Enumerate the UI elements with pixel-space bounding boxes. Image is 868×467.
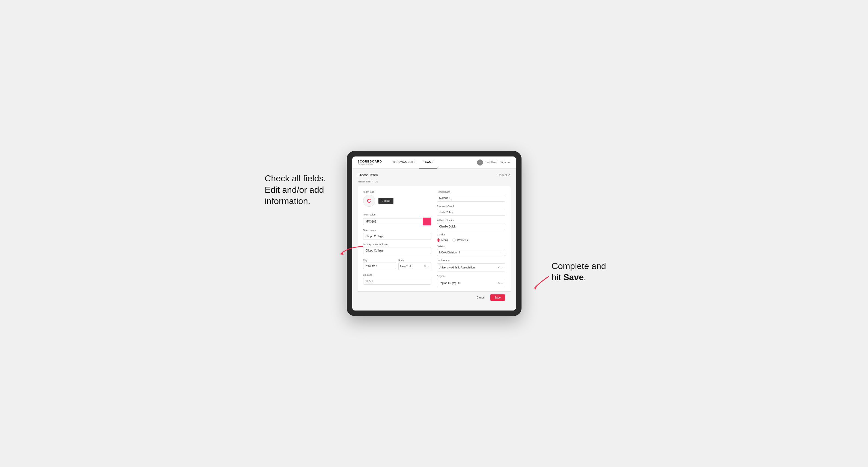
team-name-input[interactable] [363, 233, 431, 240]
footer-cancel-button[interactable]: Cancel [474, 294, 488, 301]
color-swatch[interactable] [423, 217, 431, 225]
form-card: Team logo C Upload Team colour [358, 186, 510, 291]
city-state-group: City State New York [363, 257, 431, 270]
conference-clear-icon[interactable]: ✕ [497, 266, 500, 269]
gender-mens-radio[interactable] [437, 239, 440, 242]
form-footer: Cancel Save [358, 291, 510, 303]
nav-bar: SCOREBOARD Powered by clippd TOURNAMENTS… [352, 156, 516, 168]
state-group: State New York ✕ ⌄ [398, 257, 431, 270]
gender-group: Gender Mens Womens [437, 233, 505, 242]
avatar: TU [477, 159, 483, 165]
gender-womens-option[interactable]: Womens [453, 239, 468, 242]
form-header: Create Team Cancel ✕ [358, 173, 510, 177]
display-name-label: Display name (unique) [363, 243, 431, 246]
zip-label: Zip code [363, 274, 431, 276]
display-name-input[interactable] [363, 247, 431, 254]
annotation-left: Check all fields. Edit and/or add inform… [265, 173, 326, 207]
division-label: Division [437, 245, 505, 248]
form-right-column: Head Coach Assistant Coach Athletic Dire… [437, 191, 505, 287]
nav-link-tournaments[interactable]: TOURNAMENTS [389, 156, 420, 168]
color-input-wrap [363, 217, 431, 225]
team-name-group: Team name [363, 229, 431, 240]
nav-links: TOURNAMENTS TEAMS [389, 156, 477, 168]
assistant-coach-group: Assistant Coach [437, 205, 505, 216]
region-select[interactable]: Region II - (M) DIII ✕ ⌄ [437, 279, 505, 287]
conference-label: Conference [437, 259, 505, 262]
state-clear-icon[interactable]: ✕ [424, 264, 426, 268]
gender-mens-option[interactable]: Mens [437, 239, 448, 242]
sign-out-link[interactable]: Sign out [500, 161, 510, 164]
team-name-label: Team name [363, 229, 431, 231]
conference-select[interactable]: University Athletic Association ✕ ⌄ [437, 263, 505, 272]
tablet-frame: SCOREBOARD Powered by clippd TOURNAMENTS… [347, 151, 522, 316]
annotation-right: Complete and hit Save. [552, 260, 606, 283]
form-title: Create Team [358, 173, 378, 177]
logo-area: C Upload [363, 195, 431, 207]
nav-user-text: Test User | [485, 161, 498, 164]
region-group: Region Region II - (M) DIII ✕ ⌄ [437, 275, 505, 287]
team-colour-group: Team colour [363, 213, 431, 225]
athletic-director-group: Athletic Director [437, 219, 505, 230]
team-logo-circle: C [363, 195, 375, 207]
region-label: Region [437, 275, 505, 277]
gender-label: Gender [437, 233, 505, 236]
form-left-column: Team logo C Upload Team colour [363, 191, 431, 287]
conference-caret-icon[interactable]: ⌄ [501, 266, 503, 269]
cancel-x-button[interactable]: Cancel ✕ [497, 173, 510, 177]
gender-womens-radio[interactable] [453, 239, 456, 242]
team-logo-group: Team logo C Upload [363, 191, 431, 210]
team-colour-label: Team colour [363, 213, 431, 216]
city-state-row: City State New York [363, 257, 431, 270]
conference-group: Conference University Athletic Associati… [437, 259, 505, 272]
nav-link-teams[interactable]: TEAMS [420, 156, 437, 168]
division-select[interactable]: NCAA Division III [437, 249, 505, 256]
gender-radio-group: Mens Womens [437, 239, 505, 242]
footer-save-button[interactable]: Save [490, 294, 505, 301]
state-caret-icon[interactable]: ⌄ [427, 265, 430, 268]
assistant-coach-input[interactable] [437, 209, 505, 216]
athletic-director-label: Athletic Director [437, 219, 505, 222]
assistant-coach-label: Assistant Coach [437, 205, 505, 208]
city-input[interactable] [363, 262, 396, 269]
city-group: City [363, 257, 396, 270]
zip-group: Zip code [363, 274, 431, 285]
athletic-director-input[interactable] [437, 223, 505, 230]
nav-logo: SCOREBOARD Powered by clippd [358, 160, 382, 165]
team-colour-input[interactable] [363, 218, 423, 225]
region-clear-icon[interactable]: ✕ [497, 281, 500, 285]
city-label: City [363, 259, 368, 261]
region-caret-icon[interactable]: ⌄ [501, 282, 503, 284]
head-coach-input[interactable] [437, 195, 505, 201]
zip-input[interactable] [363, 278, 431, 285]
section-label: TEAM DETAILS [358, 180, 510, 183]
form-grid: Team logo C Upload Team colour [363, 191, 505, 287]
nav-right: TU Test User | Sign out [477, 159, 510, 165]
division-select-wrap: NCAA Division III ⌄ [437, 249, 505, 256]
main-content: Create Team Cancel ✕ TEAM DETAILS [352, 168, 516, 311]
display-name-group: Display name (unique) [363, 243, 431, 254]
team-logo-label: Team logo [363, 191, 431, 193]
head-coach-label: Head Coach [437, 191, 505, 193]
head-coach-group: Head Coach [437, 191, 505, 201]
division-group: Division NCAA Division III ⌄ [437, 245, 505, 256]
arrow-right-icon [527, 274, 554, 290]
upload-button[interactable]: Upload [378, 198, 394, 204]
state-label: State [398, 259, 404, 261]
state-select[interactable]: New York ✕ ⌄ [398, 262, 431, 270]
tablet-screen: SCOREBOARD Powered by clippd TOURNAMENTS… [352, 156, 516, 311]
arrow-left-icon [333, 244, 366, 257]
